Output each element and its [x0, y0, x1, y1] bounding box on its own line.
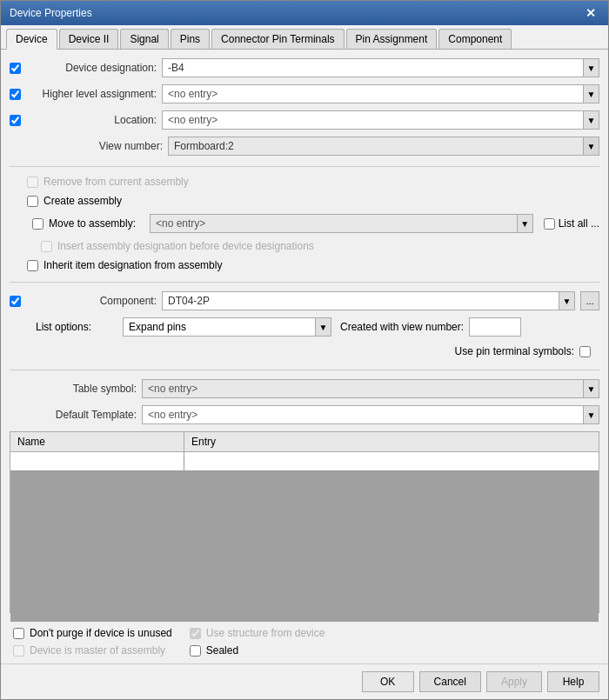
dont-purge-checkbox[interactable]: [13, 628, 24, 639]
device-designation-row: Device designation: -B4 ▼: [10, 58, 599, 77]
ok-button[interactable]: OK: [362, 671, 414, 692]
device-master-checkbox: [13, 645, 24, 657]
table-symbol-value: <no entry>: [143, 383, 583, 395]
higher-level-dropdown[interactable]: <no entry> ▼: [162, 84, 599, 103]
component-dropdown[interactable]: DT04-2P ▼: [162, 291, 575, 310]
default-template-row: Default Template: <no entry> ▼: [10, 405, 599, 424]
use-structure-label: Use structure from device: [206, 627, 325, 639]
table-header: Name Entry: [10, 432, 599, 452]
higher-level-checkbox[interactable]: [10, 89, 21, 100]
default-template-value: <no entry>: [143, 409, 583, 421]
location-label: Location:: [26, 114, 157, 126]
tab-connector[interactable]: Connector Pin Terminals: [211, 29, 345, 49]
dont-purge-label: Don't purge if device is unused: [30, 627, 172, 639]
remove-assembly-label: Remove from current assembly: [44, 176, 189, 188]
list-options-value: Expand pins: [124, 321, 315, 333]
sealed-label: Sealed: [206, 644, 238, 657]
divider-2: [10, 282, 599, 283]
location-dropdown[interactable]: <no entry> ▼: [162, 110, 599, 130]
bottom-right-checkboxes: Use structure from device Sealed: [190, 627, 325, 658]
table-symbol-row: Table symbol: <no entry> ▼: [10, 379, 599, 398]
created-with-label: Created with view number:: [340, 321, 464, 333]
device-designation-dropdown[interactable]: -B4 ▼: [162, 58, 599, 77]
cancel-button[interactable]: Cancel: [419, 671, 481, 692]
use-pin-terminal-checkbox[interactable]: [579, 346, 591, 357]
insert-assembly-label: Insert assembly designation before devic…: [57, 240, 314, 252]
device-properties-window: Device Properties ✕ Device Device II Sig…: [0, 0, 609, 700]
use-structure-row: Use structure from device: [190, 627, 325, 639]
inherit-designation-label: Inherit item designation from assembly: [44, 259, 222, 271]
table-body: [10, 471, 599, 622]
properties-table: Name Entry: [10, 431, 599, 613]
list-options-dropdown-btn[interactable]: ▼: [315, 318, 331, 336]
higher-level-label: Higher level assignment:: [26, 88, 157, 100]
table-col-entry-header: Entry: [184, 432, 599, 451]
component-browse-button[interactable]: ...: [580, 291, 599, 310]
divider-1: [10, 166, 599, 167]
create-assembly-label: Create assembly: [44, 195, 122, 207]
move-assembly-dropdown-btn: ▼: [517, 215, 532, 232]
device-designation-checkbox[interactable]: [10, 63, 21, 74]
higher-level-dropdown-btn[interactable]: ▼: [583, 85, 599, 103]
use-pin-terminal-label: Use pin terminal symbols:: [455, 345, 574, 357]
default-template-label: Default Template:: [32, 409, 137, 421]
content-area: Device designation: -B4 ▼ Higher level a…: [1, 50, 608, 622]
insert-assembly-checkbox: [41, 241, 52, 252]
table-row-1-name: [10, 452, 184, 470]
component-checkbox[interactable]: [10, 296, 21, 307]
tab-device2[interactable]: Device II: [59, 29, 119, 49]
table-symbol-dropdown-btn: ▼: [583, 380, 599, 397]
create-assembly-checkbox[interactable]: [27, 196, 38, 207]
list-all-checkbox[interactable]: [544, 218, 555, 230]
insert-assembly-row: Insert assembly designation before devic…: [10, 240, 599, 252]
apply-button[interactable]: Apply: [486, 671, 542, 692]
create-assembly-row: Create assembly: [10, 195, 599, 207]
table-row-1: [10, 452, 599, 471]
component-dropdown-btn[interactable]: ▼: [559, 292, 574, 310]
location-dropdown-btn[interactable]: ▼: [583, 111, 599, 129]
device-designation-label: Device designation:: [26, 62, 157, 74]
tab-pins[interactable]: Pins: [171, 29, 210, 49]
tab-signal[interactable]: Signal: [120, 29, 168, 49]
list-options-row: List options: Expand pins ▼ Created with…: [10, 317, 599, 337]
tab-component[interactable]: Component: [438, 29, 512, 49]
table-col-name-header: Name: [10, 432, 184, 451]
inherit-designation-checkbox[interactable]: [27, 260, 38, 271]
device-designation-dropdown-btn[interactable]: ▼: [583, 59, 599, 77]
component-value: DT04-2P: [163, 295, 559, 307]
higher-level-row: Higher level assignment: <no entry> ▼: [10, 84, 599, 103]
table-row-1-entry: [184, 452, 599, 470]
move-assembly-value: <no entry>: [151, 217, 517, 230]
move-assembly-checkbox[interactable]: [32, 218, 44, 230]
device-master-label: Device is master of assembly: [30, 644, 165, 657]
list-options-label: List options:: [36, 321, 114, 333]
help-button[interactable]: Help: [547, 671, 599, 692]
default-template-dropdown-btn[interactable]: ▼: [583, 406, 599, 423]
move-assembly-row: Move to assembly: <no entry> ▼ List all …: [10, 214, 599, 233]
view-number-label: View number:: [32, 140, 163, 152]
tab-bar: Device Device II Signal Pins Connector P…: [1, 25, 608, 50]
move-assembly-dropdown: <no entry> ▼: [150, 214, 533, 233]
bottom-left-checkboxes: Don't purge if device is unused Device i…: [13, 627, 172, 658]
remove-assembly-checkbox: [27, 177, 38, 188]
view-number-row: View number: Formboard:2 ▼: [10, 137, 599, 156]
table-symbol-label: Table symbol:: [32, 383, 137, 395]
tab-device[interactable]: Device: [6, 29, 57, 50]
list-options-dropdown[interactable]: Expand pins ▼: [123, 317, 331, 337]
sealed-checkbox[interactable]: [190, 645, 201, 657]
component-row: Component: DT04-2P ▼ ...: [10, 291, 599, 310]
move-assembly-label: Move to assembly:: [49, 217, 144, 230]
window-title: Device Properties: [10, 7, 92, 19]
tab-pin-assignment[interactable]: Pin Assignment: [346, 29, 438, 49]
location-value: <no entry>: [163, 114, 583, 126]
device-master-row: Device is master of assembly: [13, 644, 172, 657]
remove-assembly-row: Remove from current assembly: [10, 176, 599, 188]
created-with-input[interactable]: [469, 317, 521, 337]
default-template-dropdown[interactable]: <no entry> ▼: [142, 405, 599, 424]
bottom-buttons: OK Cancel Apply Help: [1, 663, 608, 699]
device-designation-value: -B4: [163, 62, 583, 74]
close-button[interactable]: ✕: [582, 6, 599, 20]
higher-level-value: <no entry>: [163, 88, 583, 100]
created-with-group: Created with view number:: [340, 317, 521, 337]
location-checkbox[interactable]: [10, 115, 21, 126]
